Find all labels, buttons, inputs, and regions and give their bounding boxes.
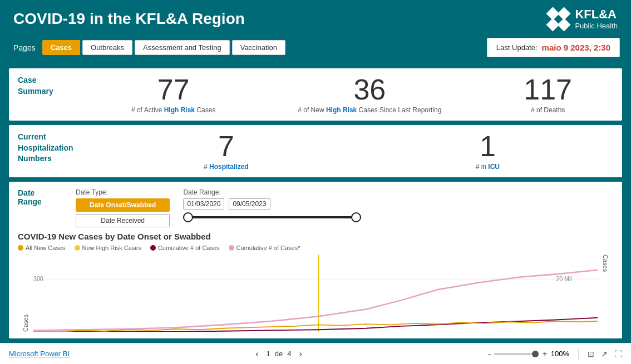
- hospitalization-card: Current Hospitalization Numbers 7 # Hosp…: [9, 125, 622, 177]
- stat-hospitalized-number: 7: [218, 132, 234, 161]
- legend-new-high-risk: New High Risk Cases: [75, 245, 141, 251]
- stat-hospitalized: 7 # Hospitalized: [204, 132, 249, 171]
- bottom-right-icons: - + 100% ⊡ ↗ ⛶: [488, 348, 622, 360]
- logo: KFL&A Public Health: [547, 7, 618, 31]
- stat-active-high-risk: 77 # of Active High Risk Cases: [131, 75, 215, 114]
- zoom-thumb: [532, 351, 539, 357]
- zoom-out-button[interactable]: -: [488, 349, 491, 359]
- stat-new-high-risk-desc: # of New High Risk Cases Since Last Repo…: [298, 106, 441, 114]
- date-range-top: Date Range Date Type: Date Onset/Swabbed…: [18, 188, 613, 227]
- tab-outbreaks[interactable]: Outbreaks: [82, 40, 132, 55]
- date-type-label: Date Type:: [76, 188, 108, 196]
- stat-icu-desc: # in ICU: [476, 163, 500, 171]
- legend-all-new: All New Cases: [18, 245, 66, 251]
- legend-label-all-new: All New Cases: [26, 245, 66, 251]
- chart-title: COVID-19 New Cases by Date Onset or Swab…: [18, 232, 613, 241]
- logo-subtitle: Public Health: [575, 22, 618, 31]
- case-summary-card: Case Summary 77 # of Active High Risk Ca…: [9, 68, 622, 121]
- stat-icu-number: 1: [480, 132, 496, 161]
- logo-name: KFL&A: [575, 7, 618, 22]
- svg-text:300: 300: [33, 275, 43, 282]
- legend-cumulative: Cumulative # of Cases: [150, 245, 220, 251]
- legend-dot-all-new: [18, 245, 23, 251]
- stat-active-high-risk-desc: # of Active High Risk Cases: [131, 106, 215, 114]
- date-range-slider[interactable]: [183, 216, 361, 218]
- tab-assessment[interactable]: Assessment and Testing: [135, 40, 230, 55]
- legend-dot-cumulative: [150, 245, 156, 251]
- legend-label-cumulative: Cumulative # of Cases: [158, 245, 220, 251]
- date-type-buttons: Date Onset/Swabbed Date Received: [76, 198, 170, 227]
- legend-label-cumulative-star: Cumulative # of Cases*: [236, 245, 300, 251]
- last-update-box: Last Update: maio 9 2023, 2:30: [487, 38, 620, 57]
- share-button[interactable]: ↗: [601, 350, 608, 358]
- chart-legend: All New Cases New High Risk Cases Cumula…: [18, 245, 613, 251]
- y-axis-left-label: Cases: [22, 255, 29, 332]
- hospitalization-stats: 7 # Hospitalized 1 # in ICU: [90, 132, 613, 171]
- zoom-value: 100%: [551, 350, 569, 358]
- case-summary-stats: 77 # of Active High Risk Cases 36 # of N…: [90, 75, 613, 114]
- legend-cumulative-star: Cumulative # of Cases*: [229, 245, 300, 251]
- page-de-label: de: [275, 350, 283, 358]
- pages-label: Pages: [11, 40, 38, 56]
- chart-area: Cases Cases 300 20 Mil: [18, 255, 613, 332]
- last-update-label: Last Update:: [496, 43, 538, 52]
- stat-deaths-desc: # of Deaths: [531, 106, 565, 114]
- divider: [578, 348, 579, 360]
- range-date-end[interactable]: 09/05/2023: [229, 198, 270, 210]
- header: COVID-19 in the KFL&A Region KFL&A Publi…: [0, 0, 631, 38]
- powerbi-link[interactable]: Microsoft Power BI: [9, 350, 70, 358]
- range-dates: 01/03/2020 09/05/2023: [183, 198, 613, 210]
- pagination: ‹ 1 de 4 ›: [252, 348, 305, 360]
- zoom-in-button[interactable]: +: [542, 349, 547, 359]
- hospitalization-label: Current Hospitalization Numbers: [18, 132, 90, 171]
- zoom-controls: - + 100%: [488, 349, 569, 359]
- main-content: Case Summary 77 # of Active High Risk Ca…: [0, 64, 631, 343]
- page-prev-button[interactable]: ‹: [252, 348, 262, 360]
- svg-text:20 Mil: 20 Mil: [556, 275, 571, 282]
- slider-handle-left[interactable]: [183, 212, 193, 222]
- logo-diamonds-icon: [547, 8, 569, 30]
- last-update-date: maio 9 2023, 2:30: [542, 43, 610, 52]
- stat-new-high-risk: 36 # of New High Risk Cases Since Last R…: [298, 75, 441, 114]
- stat-hospitalized-desc: # Hospitalized: [204, 163, 249, 171]
- fullscreen-button[interactable]: ⛶: [614, 350, 622, 358]
- date-type-section: Date Type: Date Onset/Swabbed Date Recei…: [76, 188, 170, 227]
- nav-bar: Pages Cases Outbreaks Assessment and Tes…: [0, 38, 631, 64]
- range-label: Date Range:: [183, 188, 613, 196]
- stat-active-high-risk-number: 77: [157, 75, 190, 104]
- page-current: 1: [267, 350, 270, 358]
- date-range-label: Date Range: [18, 188, 62, 206]
- logo-text: KFL&A Public Health: [575, 7, 618, 31]
- chart-svg: 300 20 Mil: [33, 255, 598, 332]
- legend-label-new-high-risk: New High Risk Cases: [82, 245, 141, 251]
- legend-dot-new-high-risk: [75, 245, 80, 251]
- page-next-button[interactable]: ›: [296, 348, 305, 360]
- stat-deaths: 117 # of Deaths: [524, 75, 572, 114]
- slider-handle-right[interactable]: [351, 212, 361, 222]
- zoom-slider[interactable]: [494, 353, 539, 355]
- page-total: 4: [287, 350, 291, 358]
- legend-dot-cumulative-star: [229, 245, 234, 251]
- btn-date-onset[interactable]: Date Onset/Swabbed: [76, 198, 170, 212]
- fit-page-button[interactable]: ⊡: [588, 350, 594, 358]
- date-range-chart-card: Date Range Date Type: Date Onset/Swabbed…: [9, 182, 622, 338]
- stat-icu: 1 # in ICU: [476, 132, 500, 171]
- stat-deaths-number: 117: [524, 75, 572, 104]
- range-date-start[interactable]: 01/03/2020: [183, 198, 224, 210]
- tab-vaccination[interactable]: Vaccination: [232, 40, 285, 55]
- bottom-bar: Microsoft Power BI ‹ 1 de 4 › - + 100% ⊡…: [0, 343, 631, 364]
- date-range-slider-section: Date Range: 01/03/2020 09/05/2023: [183, 188, 613, 218]
- btn-date-received[interactable]: Date Received: [76, 214, 170, 227]
- case-summary-label: Case Summary: [18, 75, 90, 114]
- page-title: COVID-19 in the KFL&A Region: [13, 10, 245, 28]
- tab-cases[interactable]: Cases: [42, 40, 80, 55]
- chart-section: COVID-19 New Cases by Date Onset or Swab…: [18, 232, 613, 332]
- stat-new-high-risk-number: 36: [353, 75, 386, 104]
- y-axis-right-label: Cases: [602, 255, 609, 332]
